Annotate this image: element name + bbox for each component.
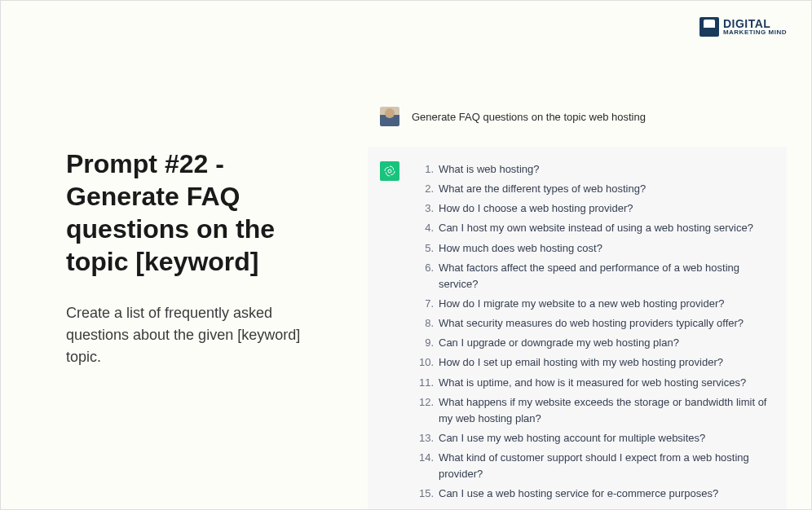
prompt-description: Create a list of frequently asked questi… [66, 302, 335, 368]
left-panel: Prompt #22 - Generate FAQ questions on t… [1, 50, 360, 509]
list-item: Can I use my web hosting account for mul… [416, 430, 770, 446]
list-item: How do I set up email hosting with my we… [416, 354, 770, 371]
list-item: What factors affect the speed and perfor… [416, 260, 770, 292]
logo-text-top: DIGITAL [723, 18, 787, 29]
brand-logo: DIGITAL MARKETING MIND [699, 17, 787, 37]
right-panel: Generate FAQ questions on the topic web … [360, 50, 811, 509]
user-message-text: Generate FAQ questions on the topic web … [412, 111, 646, 123]
ai-avatar-icon [380, 161, 399, 181]
list-item: What is uptime, and how is it measured f… [416, 375, 770, 391]
list-item: How much does web hosting cost? [416, 240, 770, 257]
list-item: Can I host my own website instead of usi… [416, 220, 770, 236]
prompt-heading: Prompt #22 - Generate FAQ questions on t… [66, 147, 335, 278]
main-content: Prompt #22 - Generate FAQ questions on t… [1, 1, 811, 509]
list-item: What are the different types of web host… [416, 181, 770, 197]
list-item: How do I choose a web hosting provider? [416, 200, 770, 217]
logo-icon [699, 17, 719, 37]
list-item: What kind of customer support should I e… [416, 450, 770, 482]
chat-response-block: What is web hosting? What are the differ… [368, 147, 787, 510]
list-item: How do I migrate my website to a new web… [416, 296, 770, 312]
logo-text: DIGITAL MARKETING MIND [723, 18, 787, 36]
faq-list: What is web hosting? What are the differ… [416, 161, 770, 506]
list-item: What is web hosting? [416, 161, 770, 178]
list-item: What happens if my website exceeds the s… [416, 394, 770, 427]
user-avatar-icon [380, 107, 399, 126]
list-item: Can I upgrade or downgrade my web hostin… [416, 335, 770, 351]
chat-user-row: Generate FAQ questions on the topic web … [368, 99, 787, 134]
svg-point-0 [388, 169, 391, 173]
list-item: What security measures do web hosting pr… [416, 315, 770, 332]
logo-text-bottom: MARKETING MIND [723, 29, 787, 36]
list-item: Can I use a web hosting service for e-co… [416, 486, 770, 502]
